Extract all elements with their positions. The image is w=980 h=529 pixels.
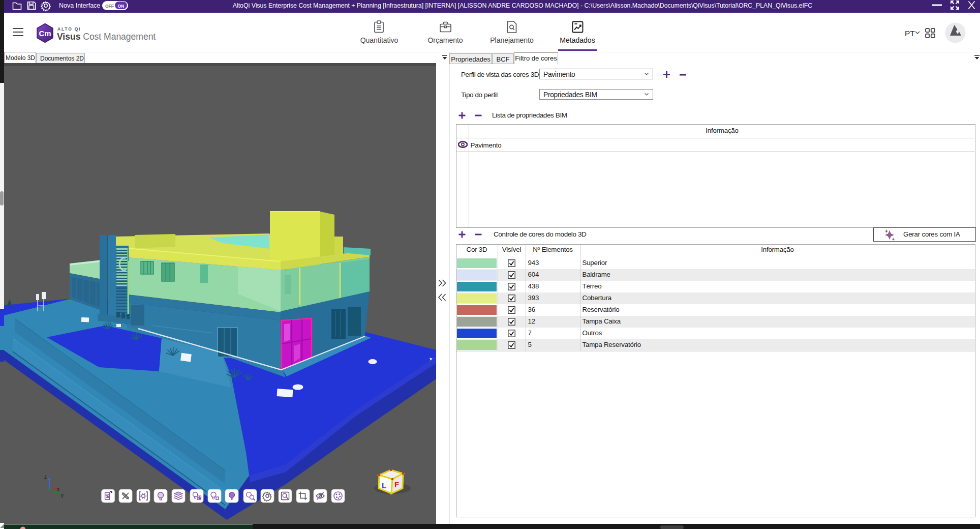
svg-text:L: L	[382, 481, 386, 490]
svg-text:x: x	[57, 486, 59, 492]
svg-text:y: y	[61, 492, 64, 498]
svg-text:Cm: Cm	[39, 29, 51, 38]
svg-text:F: F	[394, 480, 399, 489]
svg-text:z: z	[44, 474, 47, 480]
